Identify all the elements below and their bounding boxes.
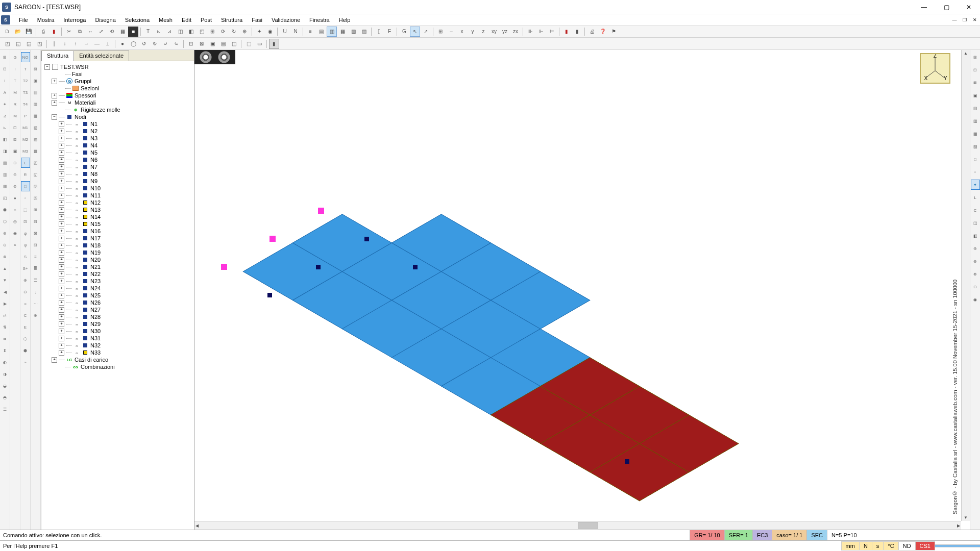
mesh-node-pink[interactable] [270, 236, 276, 242]
lc2-arrow[interactable]: » [11, 240, 20, 250]
lc4-f[interactable]: ▦ [31, 111, 40, 121]
tree-node-item[interactable]: +⏛N21 [42, 263, 193, 270]
tree-node-item[interactable]: +⏛N4 [42, 142, 193, 149]
tree-node-item[interactable]: +⏛N13 [42, 206, 193, 213]
tool-r[interactable]: ✦ [254, 27, 264, 37]
tree-node-item[interactable]: +⏛N24 [42, 285, 193, 292]
tb2-m[interactable]: ↺ [139, 39, 149, 49]
lc4-s[interactable]: ≣ [31, 263, 40, 273]
rc-k-selected[interactable]: ✦ [971, 180, 980, 190]
lc1-k[interactable]: ▥ [1, 169, 10, 180]
unit-cs1[interactable]: CS1 [915, 541, 935, 550]
scroll-up-icon[interactable]: ▲ [963, 50, 969, 57]
tab-struttura[interactable]: Struttura [41, 51, 74, 61]
rc-b[interactable]: ⊡ [971, 65, 980, 75]
rc-j[interactable]: ▫ [971, 167, 980, 177]
rc-r[interactable]: ⊗ [971, 269, 980, 279]
tool-z[interactable]: z [478, 27, 488, 37]
rc-t[interactable]: ◉ [971, 294, 980, 305]
lc2-n[interactable]: ○ [11, 205, 20, 215]
scrollbar-vertical[interactable]: ▲ ▼ [961, 50, 970, 521]
lc3-h[interactable]: M2 [21, 134, 30, 144]
lc4-r[interactable]: ≡ [31, 252, 40, 262]
tb2-s[interactable]: ▣ [207, 39, 217, 49]
tb2-q[interactable]: ⊡ [186, 39, 196, 49]
menu-finestra[interactable]: Finestra [305, 15, 334, 24]
tool-m1[interactable]: ⊪ [525, 27, 535, 37]
tool-s[interactable]: ◉ [265, 27, 275, 37]
tree-root[interactable]: − TEST.WSR [42, 63, 193, 70]
rc-q[interactable]: ⊖ [971, 256, 980, 266]
tool-t1[interactable]: ≡ [305, 27, 315, 37]
tree-node-item[interactable]: +⏛N22 [42, 270, 193, 278]
tool-f[interactable]: ⤢ [96, 27, 106, 37]
lc3-arrow[interactable]: » [21, 357, 30, 367]
lc1-v[interactable]: ▶ [1, 298, 10, 309]
tb2-k[interactable]: ● [117, 39, 128, 49]
tb2-n[interactable]: ↻ [150, 39, 160, 49]
rc-h[interactable]: ▧ [971, 141, 980, 152]
menu-disegna[interactable]: Disegna [90, 15, 120, 24]
tree-materiali[interactable]: +M Materiali [42, 99, 193, 106]
lc1-q[interactable]: ⊖ [1, 240, 10, 250]
lc2-m[interactable]: ● [11, 193, 20, 203]
lc1-b[interactable]: ⊡ [1, 64, 10, 74]
lc1-z[interactable]: ⬍ [1, 345, 10, 356]
scroll-left-icon[interactable]: ◀ [194, 522, 200, 529]
mdi-minimize[interactable]: — [950, 16, 959, 24]
status-ec[interactable]: EC3 [752, 530, 772, 540]
lc4-l[interactable]: ◲ [31, 181, 40, 191]
tree-node-item[interactable]: +⏛N1 [42, 120, 193, 128]
tool-yz[interactable]: yz [500, 27, 510, 37]
lc4-v[interactable]: ⋯ [31, 298, 40, 309]
lc2-e[interactable]: R [11, 99, 20, 109]
tb2-b[interactable]: ◱ [13, 39, 23, 49]
lc2-b[interactable]: I [11, 64, 20, 74]
tree-node-item[interactable]: +⏛N31 [42, 335, 193, 342]
lc2-l[interactable]: ⊗ [11, 181, 20, 191]
tree-node-item[interactable]: +⏛N11 [42, 192, 193, 199]
unit-n[interactable]: N [859, 541, 872, 550]
tree-node-item[interactable]: +⏛N8 [42, 170, 193, 178]
lc1-w[interactable]: ⇄ [1, 310, 10, 320]
tool-t2[interactable]: ▤ [316, 27, 326, 37]
lc3-l-selected[interactable]: □ [21, 181, 30, 191]
lc4-k[interactable]: ◱ [31, 169, 40, 180]
tree-gruppi[interactable]: +G Gruppi [42, 78, 193, 85]
tool-l[interactable]: ◧ [186, 27, 196, 37]
tool-g2[interactable]: G [399, 27, 409, 37]
tree-node-item[interactable]: +⏛N33 [42, 349, 193, 356]
menu-struttura[interactable]: Struttura [216, 15, 247, 24]
tree-node-item[interactable]: +⏛N27 [42, 306, 193, 313]
lc4-j[interactable]: ◰ [31, 158, 40, 168]
status-ser[interactable]: SER= 1 [724, 530, 752, 540]
lc3-i[interactable]: M3 [21, 146, 30, 156]
lc3-d[interactable]: T3 [21, 87, 30, 97]
tree-node-item[interactable]: +⏛N9 [42, 178, 193, 185]
lc2-d[interactable]: M [11, 87, 20, 97]
tree-node-item[interactable]: +⏛N12 [42, 199, 193, 206]
tree-node-item[interactable]: +⏛N2 [42, 128, 193, 135]
lc4-g[interactable]: ▧ [31, 122, 40, 133]
lc2-h[interactable]: ⊠ [11, 134, 20, 144]
lc2-a[interactable]: G [11, 52, 20, 62]
scrollbar-horizontal[interactable]: ◀ ▶ [194, 521, 961, 530]
lc1-aa[interactable]: ◐ [1, 357, 10, 367]
mesh-node[interactable] [625, 459, 629, 464]
lc3-t[interactable]: ⊕ [21, 275, 30, 285]
lc1-n[interactable]: ⬣ [1, 205, 10, 215]
tool-h[interactable]: ▦ [117, 27, 128, 37]
menu-interroga[interactable]: Interroga [59, 15, 90, 24]
lc3-o[interactable]: ⊡ [21, 216, 30, 227]
lc3-z[interactable]: ⬢ [21, 345, 30, 356]
unit-mm[interactable]: mm [841, 541, 860, 550]
lc3-w[interactable]: C [21, 310, 30, 320]
tool-n[interactable]: ⊞ [207, 27, 217, 37]
lc4-d[interactable]: ▤ [31, 87, 40, 97]
menu-validazione[interactable]: Validazione [267, 15, 305, 24]
lc3-m[interactable]: ▫ [21, 193, 30, 203]
tool-d[interactable]: ⧉ [75, 27, 85, 37]
tb2-u[interactable]: ◫ [229, 39, 239, 49]
lc1-ac[interactable]: ◒ [1, 381, 10, 391]
tool-u[interactable]: U [280, 27, 290, 37]
